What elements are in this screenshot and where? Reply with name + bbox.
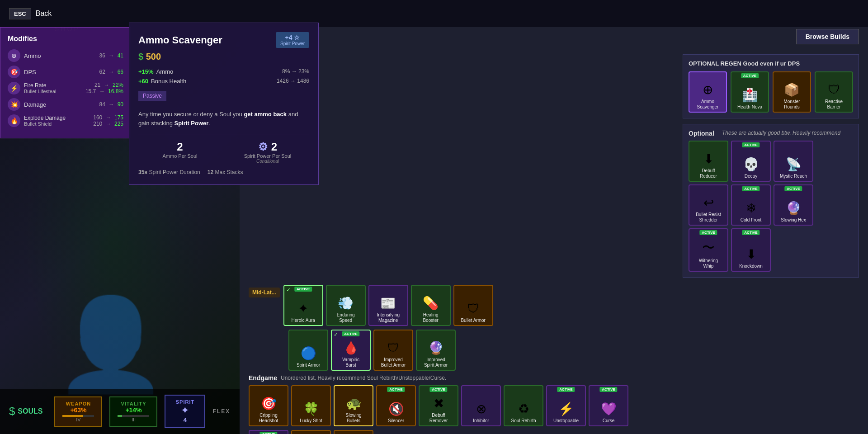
spirit-power-icon: ⚙ (258, 141, 268, 153)
max-stacks-value: 12 (208, 169, 213, 175)
item-titanic-magazine[interactable]: 📰 TitanicMagazine (334, 430, 373, 434)
item-intensifying-magazine[interactable]: 📰 IntensifyingMagazine (368, 285, 408, 326)
mystic-reach-icon: 📡 (786, 157, 802, 172)
bullet-resist-shredder-name: Bullet ResistShredder (696, 212, 721, 223)
tooltip-footer-stats: 35s Spirit Power Duration 12 Max Stacks (138, 169, 309, 175)
intensifying-magazine-icon: 📰 (380, 296, 396, 311)
stat-ammo-row: +15% Ammo (138, 68, 222, 75)
item-improved-spirit-armor[interactable]: 🔮 ImprovedSpirit Armor (416, 330, 456, 371)
debuff-remover-icon: ✖ (434, 396, 444, 411)
item-decay[interactable]: ACTIVE 💀 Decay (731, 141, 771, 182)
slowing-hex-icon: 🔮 (786, 201, 802, 216)
stat-ammo-name: Ammo (156, 68, 174, 75)
item-improved-bullet-armor[interactable]: 🛡 ImprovedBullet Armor (373, 330, 413, 371)
esc-button[interactable]: ESC (9, 8, 31, 19)
withering-whip-icon: 〜 (702, 239, 715, 256)
item-ammo-scavenger[interactable]: ⊕ AmmoScavenger (689, 71, 727, 113)
cost-value: 500 (146, 52, 161, 61)
stat-ammo-plus: +15% (138, 68, 154, 75)
item-point-blank[interactable]: 🎯 Point Blank (291, 430, 331, 434)
stat-health-row: +60 Bonus Health (138, 78, 222, 85)
decay-icon: 💀 (743, 157, 759, 172)
tooltip-stats: +15% Ammo 8% → 23% +60 Bonus Health 1426… (138, 68, 309, 85)
mod-firerate-names: Fire Rate Bullet Lifesteal (24, 82, 82, 94)
mod-row-firerate: ⚡ Fire Rate Bullet Lifesteal 21 → 22% 15… (8, 82, 123, 94)
optional-regen-title: OPTIONAL REGEN Good even if ur DPS (689, 60, 853, 67)
item-spirit-armor[interactable]: 🔵 Spirit Armor (288, 330, 328, 371)
weapon-stat-block: WEAPON +63% IV (54, 396, 102, 427)
curse-name: Curse (603, 418, 615, 424)
heroic-aura-name: Heroic Aura (292, 318, 315, 323)
souls-icon: $ (9, 405, 15, 418)
item-healing-booster[interactable]: 💊 HealingBooster (411, 285, 451, 326)
tooltip-description: Any time you secure or deny a Soul you g… (138, 110, 309, 127)
unstoppable-active-badge: ACTIVE (557, 387, 575, 392)
item-knockdown[interactable]: ACTIVE ⬇ Knockdown (731, 228, 771, 272)
item-withering-whip[interactable]: ACTIVE 〜 WitheringWhip (689, 228, 728, 272)
knockdown-name: Knockdown (739, 264, 763, 269)
item-silencer[interactable]: ACTIVE 🔇 Silencer (376, 385, 416, 426)
weapon-label: WEAPON (66, 401, 91, 406)
item-bullet-resist-shredder[interactable]: ↩ Bullet ResistShredder (689, 184, 728, 226)
slowing-hex-name: Slowing Hex (781, 217, 806, 223)
item-soul-rebirth[interactable]: ♻ Soul Rebirth (504, 385, 543, 426)
vitality-stat-block: VITALITY +14% III (109, 396, 157, 427)
tooltip-badge-label: Spirit Power (280, 41, 305, 46)
item-debuff-reducer[interactable]: ⬇ DebuffReducer (689, 141, 728, 182)
mid-late-items2: 🔵 Spirit Armor ✓ ACTIVE 🩸 VampiricBurst … (288, 330, 456, 371)
item-monster-rounds[interactable]: 📦 MonsterRounds (773, 71, 811, 113)
health-nova-icon: 🏥 (742, 88, 758, 103)
withering-whip-name: WitheringWhip (699, 258, 718, 269)
duration-value: 35s (138, 169, 147, 175)
item-slowing-hex[interactable]: ACTIVE 🔮 Slowing Hex (774, 184, 813, 226)
item-mystic-reach[interactable]: 📡 Mystic Reach (774, 141, 813, 182)
debuff-reducer-name: DebuffReducer (700, 168, 717, 179)
item-health-nova[interactable]: ACTIVE 🏥 Health Nova (731, 71, 769, 113)
item-heroic-aura[interactable]: ✓ ACTIVE ✦ Heroic Aura (283, 285, 323, 326)
max-stacks-stat: 12 Max Stacks (208, 169, 243, 175)
vitality-bar-fill (118, 415, 122, 417)
stat-health-name: Bonus Health (151, 78, 186, 85)
item-inhibitor[interactable]: ⊗ Inhibitor (461, 385, 501, 426)
debuff-remover-name: DebuffRemover (429, 413, 448, 424)
mod-firerate-icon: ⚡ (8, 82, 20, 94)
slowing-hex-active-badge: ACTIVE (784, 186, 802, 191)
stat-ammo-range: 8% → 23% (225, 68, 309, 75)
spirit-power-value: ⚙ 2 (226, 141, 309, 153)
item-lucky-shot[interactable]: 🍀 Lucky Shot (291, 385, 331, 426)
unstoppable-icon: ⚡ (558, 401, 574, 416)
back-button[interactable]: Back (36, 9, 52, 18)
echo-shard-active-badge: ACTIVE (259, 432, 277, 434)
cold-front-name: Cold Front (741, 217, 762, 223)
content-area: Browse Builds OPTIONAL REGEN Good even i… (240, 27, 868, 434)
bottom-stats-bar: $ SOULS WEAPON +63% IV VITALITY +14% III… (0, 389, 240, 434)
item-unstoppable[interactable]: ACTIVE ⚡ Unstoppable (546, 385, 586, 426)
ammo-scavenger-name: AmmoScavenger (697, 99, 719, 110)
item-cold-front[interactable]: ACTIVE ❄ Cold Front (731, 184, 771, 226)
vampiric-burst-active-badge: ACTIVE (342, 331, 359, 336)
mod-row-explode: 🔥 Explode Damage Bullet Shield 160 → 175… (8, 114, 123, 127)
item-curse[interactable]: ACTIVE 💜 Curse (589, 385, 628, 426)
item-slowing-bullets[interactable]: 🐢 SlowingBullets (334, 385, 373, 426)
inhibitor-icon: ⊗ (476, 401, 486, 416)
item-vampiric-burst[interactable]: ✓ ACTIVE 🩸 VampiricBurst (331, 330, 371, 371)
endgame-note: Unordered list. Heavily recommend Soul R… (281, 375, 446, 381)
stat-health-plus: +60 (138, 78, 148, 85)
browse-builds-button[interactable]: Browse Builds (796, 29, 859, 44)
slowing-bullets-icon: 🐢 (346, 396, 362, 411)
passive-section: Passive (138, 91, 309, 105)
ammo-per-soul-label: Ammo Per Soul (138, 153, 222, 159)
endgame-label: Endgame (249, 374, 277, 382)
unstoppable-name: Unstoppable (553, 418, 579, 424)
item-reactive-barrier[interactable]: 🛡 ReactiveBarrier (815, 71, 853, 113)
item-echo-shard[interactable]: ACTIVE 🔷 Echo Shard (249, 430, 288, 434)
item-crippling-headshot[interactable]: 🎯 CripplingHeadshot (249, 385, 288, 426)
reactive-barrier-name: ReactiveBarrier (825, 99, 843, 110)
mod-explode-name: Explode Damage (24, 115, 90, 121)
item-bullet-armor[interactable]: 🛡 Bullet Armor (453, 285, 493, 326)
flex-label: FLEX (212, 408, 230, 415)
endgame-section: Endgame Unordered list. Heavily recommen… (249, 374, 859, 426)
item-enduring-speed[interactable]: 💨 EnduringSpeed (326, 285, 366, 326)
mod-row-dps: 🎯 DPS 62 → 66 (8, 66, 123, 78)
item-debuff-remover[interactable]: ACTIVE ✖ DebuffRemover (419, 385, 458, 426)
